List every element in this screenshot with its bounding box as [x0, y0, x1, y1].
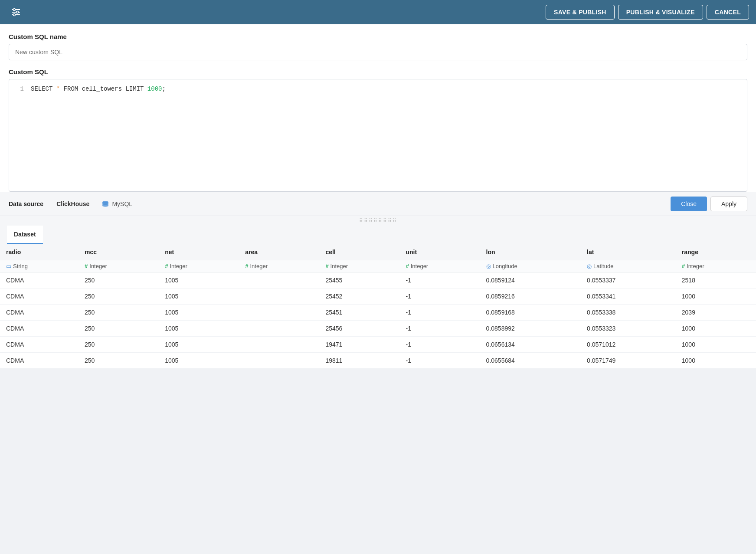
cell-range: 1000	[676, 353, 756, 369]
cell-lat: 0.0571749	[581, 353, 676, 369]
data-table: radio mcc net area cell unit lon lat ran…	[0, 244, 756, 369]
col-area: area	[239, 244, 319, 260]
cell-cell: 25456	[319, 321, 399, 337]
close-button[interactable]: Close	[671, 197, 707, 211]
cell-lat: 0.0553338	[581, 305, 676, 321]
header: SAVE & PUBLISH PUBLISH & VISUALIZE CANCE…	[0, 0, 756, 24]
cell-mcc: 250	[79, 353, 159, 369]
datasource-clickhouse[interactable]: ClickHouse	[50, 197, 95, 211]
action-buttons: Close Apply	[671, 197, 747, 211]
cell-lat: 0.0553337	[581, 272, 676, 288]
cell-mcc: 250	[79, 272, 159, 288]
int-icon-range: #	[682, 263, 685, 269]
cell-net: 1005	[159, 288, 239, 305]
cell-area	[239, 337, 319, 353]
tabs-bar: Dataset	[0, 226, 756, 244]
table-row: CDMA250100525452-10.08592160.05533411000	[0, 288, 756, 305]
datasource-bar: Data source ClickHouse MySQL Close Apply	[0, 192, 756, 216]
cell-unit: -1	[399, 272, 480, 288]
cell-cell: 25452	[319, 288, 399, 305]
apply-button[interactable]: Apply	[710, 197, 747, 211]
int-icon-mcc: #	[85, 263, 88, 269]
cell-area	[239, 305, 319, 321]
type-area: # Integer	[239, 260, 319, 272]
geo-icon-lon: ◎	[486, 263, 491, 269]
geo-icon-lat: ◎	[587, 263, 592, 269]
table-row: CDMA250100525451-10.08591680.05533382039	[0, 305, 756, 321]
table-scroll[interactable]: radio mcc net area cell unit lon lat ran…	[0, 244, 756, 369]
col-net: net	[159, 244, 239, 260]
cell-area	[239, 353, 319, 369]
cell-lat: 0.0571012	[581, 337, 676, 353]
cell-unit: -1	[399, 288, 480, 305]
svg-point-3	[13, 9, 16, 11]
cell-area	[239, 288, 319, 305]
cell-radio: CDMA	[0, 305, 79, 321]
svg-point-5	[13, 14, 16, 16]
col-unit: unit	[399, 244, 480, 260]
tab-dataset[interactable]: Dataset	[7, 226, 43, 244]
table-row: CDMA250100519471-10.06561340.05710121000	[0, 337, 756, 353]
cell-net: 1005	[159, 321, 239, 337]
cell-unit: -1	[399, 353, 480, 369]
table-container: radio mcc net area cell unit lon lat ran…	[0, 244, 756, 369]
svg-point-4	[16, 11, 19, 13]
datasource-mysql[interactable]: MySQL	[95, 197, 138, 211]
cell-lon: 0.0859216	[480, 288, 581, 305]
save-publish-button[interactable]: SAVE & PUBLISH	[546, 5, 615, 20]
table-type-row: ▭ String # Integer # Integer	[0, 260, 756, 272]
cell-range: 1000	[676, 337, 756, 353]
cell-range: 1000	[676, 321, 756, 337]
type-radio: ▭ String	[0, 260, 79, 272]
cell-net: 1005	[159, 272, 239, 288]
col-mcc: mcc	[79, 244, 159, 260]
cell-net: 1005	[159, 337, 239, 353]
cell-lon: 0.0655684	[480, 353, 581, 369]
type-lat: ◎ Latitude	[581, 260, 676, 272]
col-radio: radio	[0, 244, 79, 260]
publish-visualize-button[interactable]: PUBLISH & VISUALIZE	[618, 5, 703, 20]
string-icon: ▭	[6, 263, 11, 269]
settings-icon[interactable]	[7, 5, 25, 20]
type-net: # Integer	[159, 260, 239, 272]
cell-lat: 0.0553323	[581, 321, 676, 337]
cell-cell: 25451	[319, 305, 399, 321]
cell-radio: CDMA	[0, 272, 79, 288]
cell-lon: 0.0859168	[480, 305, 581, 321]
table-row: CDMA250100519811-10.06556840.05717491000	[0, 353, 756, 369]
cell-radio: CDMA	[0, 288, 79, 305]
cell-mcc: 250	[79, 321, 159, 337]
int-icon-net: #	[165, 263, 168, 269]
type-mcc: # Integer	[79, 260, 159, 272]
cell-lon: 0.0859124	[480, 272, 581, 288]
int-icon-cell: #	[325, 263, 328, 269]
cell-lon: 0.0858992	[480, 321, 581, 337]
cell-area	[239, 272, 319, 288]
sql-label: Custom SQL	[9, 68, 747, 75]
cell-net: 1005	[159, 353, 239, 369]
cell-unit: -1	[399, 337, 480, 353]
cell-mcc: 250	[79, 288, 159, 305]
sql-name-input[interactable]	[9, 44, 747, 60]
col-lat: lat	[581, 244, 676, 260]
cell-cell: 19811	[319, 353, 399, 369]
drag-handle[interactable]: ⠿⠿⠿⠿⠿⠿⠿⠿	[0, 216, 756, 226]
type-unit: # Integer	[399, 260, 480, 272]
sql-editor[interactable]: 1 SELECT * FROM cell_towers LIMIT 1000;	[9, 79, 747, 192]
type-range: # Integer	[676, 260, 756, 272]
cell-unit: -1	[399, 305, 480, 321]
table-row: CDMA250100525456-10.08589920.05533231000	[0, 321, 756, 337]
sql-content: SELECT * FROM cell_towers LIMIT 1000;	[31, 85, 166, 92]
cell-radio: CDMA	[0, 353, 79, 369]
datasource-label: Data source	[9, 200, 43, 207]
mysql-label: MySQL	[112, 200, 132, 207]
cell-range: 2518	[676, 272, 756, 288]
clickhouse-label: ClickHouse	[56, 200, 89, 207]
mysql-db-icon	[101, 200, 109, 208]
cell-cell: 19471	[319, 337, 399, 353]
type-cell: # Integer	[319, 260, 399, 272]
cell-mcc: 250	[79, 305, 159, 321]
col-lon: lon	[480, 244, 581, 260]
cancel-button[interactable]: CANCEL	[707, 5, 749, 20]
int-icon-unit: #	[406, 263, 409, 269]
